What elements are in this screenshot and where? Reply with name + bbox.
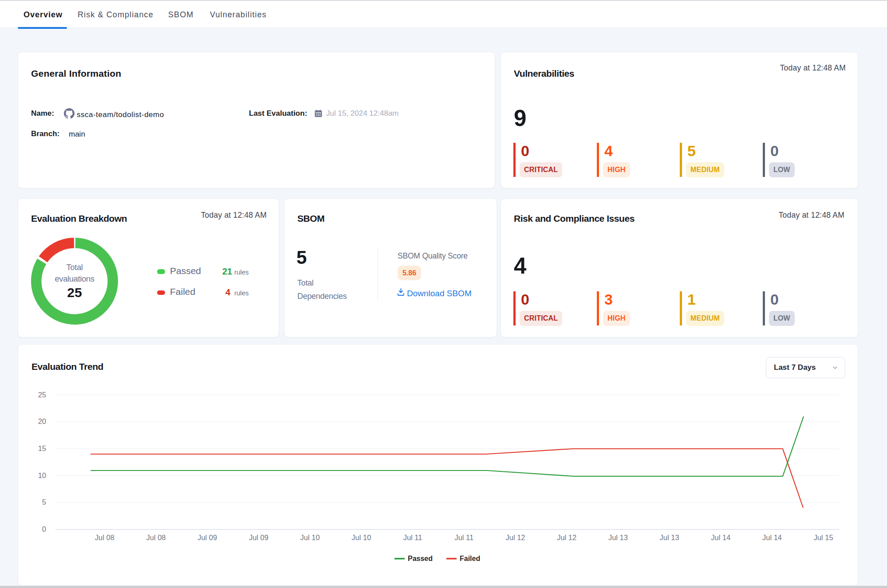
svg-text:Jul 11: Jul 11	[403, 533, 422, 541]
svg-text:Jul 08: Jul 08	[146, 533, 166, 541]
svg-text:Jul 15: Jul 15	[814, 533, 833, 541]
svg-text:Jul 13: Jul 13	[608, 533, 628, 541]
svg-text:Jul 13: Jul 13	[660, 533, 679, 541]
svg-text:Jul 11: Jul 11	[454, 533, 473, 541]
svg-text:0: 0	[42, 525, 46, 533]
svg-text:25: 25	[38, 391, 46, 399]
svg-text:Jul 09: Jul 09	[249, 533, 268, 541]
svg-text:Jul 14: Jul 14	[762, 533, 782, 541]
svg-text:Jul 12: Jul 12	[505, 533, 525, 541]
svg-text:20: 20	[38, 417, 46, 425]
svg-text:Jul 12: Jul 12	[557, 533, 576, 541]
svg-text:Jul 10: Jul 10	[351, 533, 371, 541]
svg-text:Jul 10: Jul 10	[300, 533, 320, 541]
svg-text:Jul 08: Jul 08	[95, 533, 114, 541]
svg-text:Jul 09: Jul 09	[197, 533, 217, 541]
svg-text:Jul 14: Jul 14	[711, 533, 730, 541]
svg-text:Passed: Passed	[408, 555, 433, 562]
svg-text:10: 10	[38, 471, 46, 479]
svg-text:Failed: Failed	[460, 555, 480, 562]
svg-text:5: 5	[42, 498, 46, 506]
svg-text:15: 15	[38, 444, 46, 452]
